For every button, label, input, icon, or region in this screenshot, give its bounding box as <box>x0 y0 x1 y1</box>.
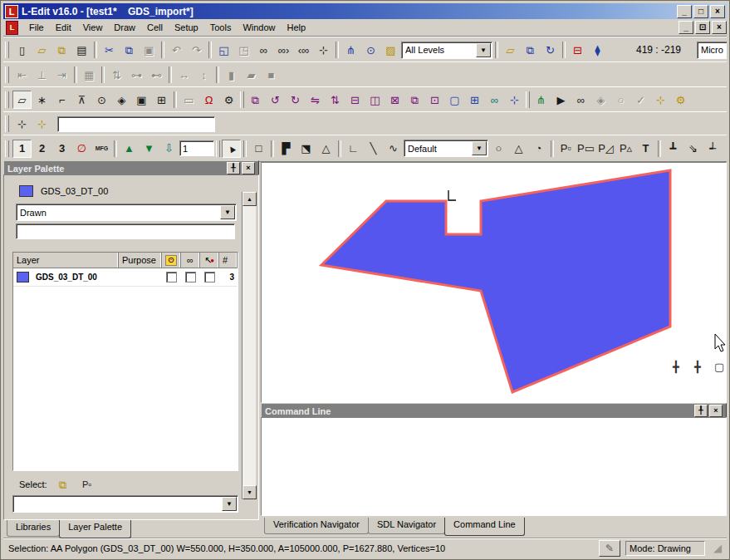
layer-swatch[interactable] <box>17 272 29 282</box>
document-icon[interactable]: L <box>6 21 18 35</box>
zoom-magnifier-icon[interactable]: ⊙ <box>361 41 380 59</box>
base-point-input[interactable] <box>57 116 215 132</box>
noselect-checkbox[interactable] <box>204 272 215 282</box>
layer-palette-scrollbar[interactable]: ▲ ▼ <box>242 192 256 499</box>
node-cross-icon[interactable]: ⊹ <box>651 91 670 109</box>
cross-section-icon[interactable]: ⊟ <box>568 41 587 59</box>
copy-shape-icon[interactable]: ⧉ <box>246 91 265 109</box>
purpose-filter-combo[interactable]: Drawn ▼ <box>16 204 237 221</box>
clear-region-icon[interactable]: ⊠ <box>385 91 404 109</box>
open-folder-icon[interactable]: ▱ <box>32 41 51 59</box>
node-settings-icon[interactable]: ⚙ <box>671 91 690 109</box>
wire-style-combo[interactable]: Default ▼ <box>404 140 488 157</box>
edit-corner-icon[interactable]: ⌐ <box>52 91 71 109</box>
base-point-pick-icon[interactable]: ⊹ <box>32 115 51 133</box>
node-find-icon[interactable]: ∞ <box>571 91 590 109</box>
menu-window[interactable]: Window <box>237 21 281 34</box>
menu-help[interactable]: Help <box>282 21 312 34</box>
find-prev-icon[interactable]: ‹∞ <box>294 41 313 59</box>
duplicate-icon[interactable]: ⧉ <box>405 91 424 109</box>
units-box[interactable]: Micro <box>697 42 727 59</box>
zoom-box-icon[interactable]: ◱ <box>214 41 233 59</box>
hide-checkbox[interactable] <box>185 272 196 282</box>
tab-layer-palette[interactable]: Layer Palette <box>59 520 131 538</box>
wire-45-tool-icon[interactable]: ╲ <box>364 140 383 158</box>
lock-checkbox[interactable] <box>166 272 177 282</box>
layer-row[interactable]: GDS_03_DT_00 3 <box>13 268 238 287</box>
ungroup-objects-icon[interactable]: ⊞ <box>465 91 484 109</box>
selected-polygon[interactable] <box>321 170 670 392</box>
tab-verification-navigator[interactable]: Verification Navigator <box>264 518 369 534</box>
wire-any-tool-icon[interactable]: ∿ <box>384 140 403 158</box>
tab-command-line[interactable]: Command Line <box>444 518 525 536</box>
label-tool-icon[interactable]: T <box>636 140 655 158</box>
toolbar-grip[interactable] <box>5 91 9 108</box>
nest-shape-icon[interactable]: ⊡ <box>425 91 444 109</box>
toolbar-grip[interactable] <box>5 115 9 132</box>
flip-vertical-icon[interactable]: ⇅ <box>326 91 345 109</box>
align-side-icon[interactable]: ◫ <box>365 91 385 109</box>
active-layer-swatch[interactable] <box>19 185 33 197</box>
select-filter-combo[interactable]: ▼ <box>12 495 238 513</box>
edit-settings-wrench-icon[interactable]: ⚙ <box>219 91 238 109</box>
close-icon[interactable]: × <box>709 405 723 417</box>
layout-canvas[interactable]: ╋ ╋ ▢ <box>261 162 727 403</box>
copy-icon[interactable]: ⧉ <box>120 41 139 59</box>
circle-tool-icon[interactable]: ○ <box>489 140 508 158</box>
edit-vertex-icon[interactable]: ∗ <box>32 91 51 109</box>
ruler-step-tool-icon[interactable]: ┵ <box>703 140 723 158</box>
toolbar-grip[interactable] <box>240 91 244 108</box>
rotate-cw-icon[interactable]: ↻ <box>286 91 305 109</box>
hierarchy-view-icon[interactable]: ⋔ <box>341 41 360 59</box>
menu-file[interactable]: File <box>23 21 50 34</box>
select-mode-3-icon[interactable]: 3 <box>52 140 71 158</box>
wire-90-tool-icon[interactable]: ∟ <box>344 140 363 158</box>
open-cell-icon[interactable]: ▱ <box>501 41 520 59</box>
chevron-down-icon[interactable]: ▼ <box>222 497 237 511</box>
cut-icon[interactable]: ✂ <box>100 41 119 59</box>
no-snap-icon[interactable]: ∅ <box>72 140 91 158</box>
chevron-down-icon[interactable]: ▼ <box>220 205 235 219</box>
toolbar-grip[interactable] <box>216 140 220 157</box>
toolbar-grip[interactable] <box>5 42 9 58</box>
find-icon[interactable]: ∞ <box>254 41 273 59</box>
instance-cell-icon[interactable]: ⧉ <box>521 41 540 59</box>
pointer-tool-icon[interactable]: ▲ <box>222 140 241 158</box>
rotate-ccw-icon[interactable]: ↺ <box>266 91 285 109</box>
pin-icon[interactable]: ╀ <box>694 405 708 417</box>
nudge-up-icon[interactable]: ▲ <box>120 140 139 158</box>
menu-cell[interactable]: Cell <box>141 21 169 34</box>
minimize-button[interactable]: _ <box>677 5 692 18</box>
mfg-grid-icon[interactable]: MFG <box>92 140 111 158</box>
save-setup-icon[interactable]: ⇩ <box>159 140 179 158</box>
polygon-90-tool-icon[interactable]: ▛ <box>277 140 296 158</box>
move-origin-icon[interactable]: ⊹ <box>505 91 524 109</box>
base-point-icon[interactable]: ⊹ <box>12 115 32 133</box>
scroll-down-icon[interactable]: ▼ <box>243 485 257 499</box>
port-poly-tool-icon[interactable]: P▭ <box>576 140 595 158</box>
select-mode-1-icon[interactable]: 1 <box>12 140 32 158</box>
flip-horizontal-icon[interactable]: ⇋ <box>306 91 325 109</box>
select-ports-icon[interactable]: P▫ <box>79 478 96 491</box>
view-insides-icon[interactable]: ∞ <box>485 91 504 109</box>
column-layer[interactable]: Layer <box>13 253 119 268</box>
validate-icon[interactable]: ✎ <box>599 540 620 557</box>
edit-circle-icon[interactable]: ⊙ <box>92 91 111 109</box>
mdi-close-button[interactable]: × <box>712 21 727 34</box>
pie-tool-icon[interactable]: △ <box>509 140 528 158</box>
regenerate-icon[interactable]: ↻ <box>541 41 560 59</box>
menu-edit[interactable]: Edit <box>50 21 77 34</box>
visibility-icon[interactable]: ∞ <box>181 253 200 268</box>
edit-shape-icon[interactable]: ▱ <box>12 91 32 109</box>
select-mode-2-icon[interactable]: 2 <box>32 140 51 158</box>
align-stack-icon[interactable]: ⊟ <box>345 91 365 109</box>
box-tool-icon[interactable]: □ <box>249 140 268 158</box>
import-gds-icon[interactable]: ⧉ <box>52 41 71 59</box>
polygon-45-tool-icon[interactable]: ⬔ <box>296 140 316 158</box>
polygon-any-tool-icon[interactable]: △ <box>316 140 336 158</box>
mdi-minimize-button[interactable]: _ <box>679 21 693 34</box>
close-button[interactable]: × <box>710 5 725 18</box>
ruler-horizontal-tool-icon[interactable]: ┻ <box>664 140 683 158</box>
ruler-diagonal-tool-icon[interactable]: ⇘ <box>683 140 703 158</box>
toolbar-grip[interactable] <box>526 91 530 108</box>
